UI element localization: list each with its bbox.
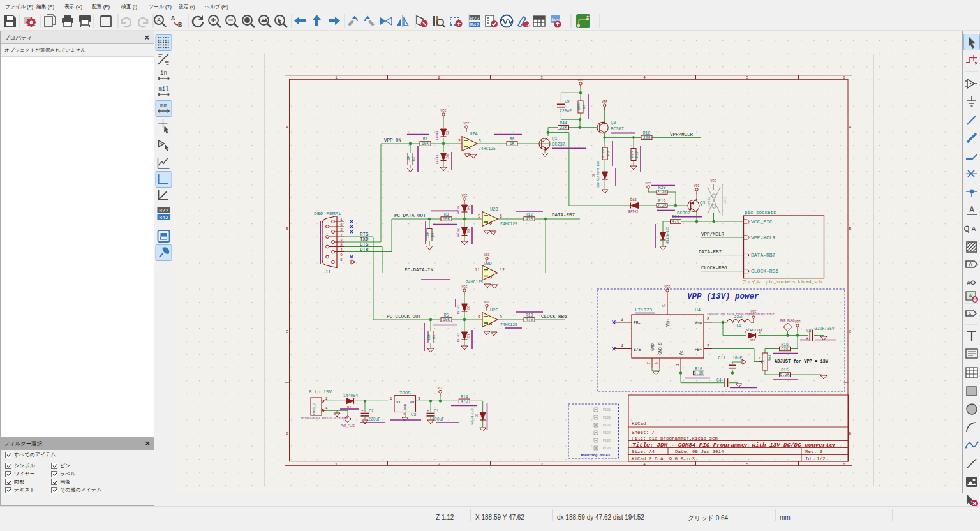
svg-text:5: 5 bbox=[746, 75, 748, 80]
svg-text:1: 1 bbox=[335, 462, 338, 467]
svg-text:2: 2 bbox=[403, 412, 406, 417]
svg-text:PWR_FLAG: PWR_FLAG bbox=[780, 319, 794, 322]
svg-text:A: A bbox=[745, 331, 746, 335]
svg-text:A: A bbox=[849, 125, 852, 130]
svg-text:8: 8 bbox=[340, 243, 343, 247]
svg-text:B: B bbox=[178, 21, 182, 29]
svg-text:VCC: VCC bbox=[484, 301, 489, 304]
svg-text:in: in bbox=[160, 70, 167, 77]
svg-text:5.1K: 5.1K bbox=[694, 371, 704, 376]
svg-text:L1: L1 bbox=[736, 324, 741, 328]
svg-text:P106: P106 bbox=[603, 447, 611, 451]
svg-text:3: 3 bbox=[540, 75, 543, 80]
svg-text:62K: 62K bbox=[781, 347, 789, 352]
svg-text:22K: 22K bbox=[560, 126, 567, 130]
svg-text:R19: R19 bbox=[658, 199, 666, 204]
svg-text:10K: 10K bbox=[422, 142, 429, 146]
svg-text:VPP_ON: VPP_ON bbox=[384, 138, 401, 143]
svg-text:+: + bbox=[361, 408, 364, 413]
svg-text:ファイル: pic_sockets.kicad_sch: ファイル: pic_sockets.kicad_sch bbox=[742, 280, 822, 285]
svg-text:Date: 05 Jan 2014: Date: 05 Jan 2014 bbox=[675, 449, 724, 454]
svg-text:U4: U4 bbox=[695, 308, 701, 313]
svg-text:R5: R5 bbox=[444, 313, 449, 318]
svg-text:BAT43: BAT43 bbox=[628, 210, 638, 214]
svg-text:1: 1 bbox=[325, 406, 328, 410]
svg-text:VCC: VCC bbox=[664, 285, 670, 289]
svg-text:7: 7 bbox=[340, 233, 343, 237]
svg-text:A: A bbox=[968, 311, 972, 318]
svg-text:220nF: 220nF bbox=[560, 109, 572, 114]
svg-text:A: A bbox=[157, 17, 161, 24]
svg-text:BAT43: BAT43 bbox=[436, 154, 440, 164]
svg-text:Title: JDM - COM84 PIC Program: Title: JDM - COM84 PIC Programmer with 1… bbox=[632, 442, 836, 449]
svg-text:Q3: Q3 bbox=[700, 200, 705, 206]
svg-text:12: 12 bbox=[500, 268, 505, 273]
svg-text:KiCad E.D.A. 9.0.0-rc3: KiCad E.D.A. 9.0.0-rc3 bbox=[632, 456, 695, 461]
svg-text:+: + bbox=[427, 408, 429, 413]
svg-text:A: A bbox=[286, 125, 288, 130]
svg-text:A: A bbox=[969, 293, 972, 299]
svg-text:J1: J1 bbox=[325, 269, 331, 274]
svg-text:8: 8 bbox=[707, 317, 709, 322]
svg-text:SCHOTTKY: SCHOTTKY bbox=[746, 328, 763, 333]
svg-text:PC-CLOCK-OUT: PC-CLOCK-OUT bbox=[387, 314, 422, 319]
svg-text:B: B bbox=[849, 227, 852, 231]
svg-text:U2D: U2D bbox=[484, 261, 492, 266]
svg-text:8: 8 bbox=[500, 315, 502, 320]
svg-text:C9: C9 bbox=[565, 100, 570, 104]
svg-text:YELLOW-LED: YELLOW-LED bbox=[666, 227, 669, 244]
svg-text:Inductor_SMD_Taiyo_PTShn_FE30m: Inductor_SMD_Taiyo_PTShn_FE30mmCSeries_H… bbox=[707, 313, 775, 315]
svg-text:D4: D4 bbox=[467, 206, 471, 210]
svg-text:6: 6 bbox=[340, 223, 343, 227]
svg-text:VCC: VCC bbox=[484, 253, 489, 257]
svg-text:3: 3 bbox=[621, 318, 623, 322]
svg-text:2.2K: 2.2K bbox=[657, 204, 667, 208]
svg-text:3: 3 bbox=[479, 139, 481, 144]
svg-text:7805: 7805 bbox=[399, 391, 412, 396]
svg-text:22K: 22K bbox=[630, 151, 634, 158]
svg-text:R1: R1 bbox=[423, 137, 428, 142]
svg-text:11: 11 bbox=[475, 268, 480, 273]
svg-text:C1: C1 bbox=[434, 409, 439, 414]
svg-text:+: + bbox=[806, 336, 808, 341]
svg-text:74HC125: 74HC125 bbox=[479, 147, 496, 151]
svg-text:2: 2 bbox=[438, 462, 440, 467]
svg-text:P104: P104 bbox=[603, 431, 611, 435]
svg-text:VPP: VPP bbox=[794, 320, 800, 324]
svg-text:5: 5 bbox=[478, 214, 480, 219]
svg-text:2.2K: 2.2K bbox=[601, 149, 605, 158]
svg-text:R44: R44 bbox=[560, 121, 567, 126]
svg-text:P103: P103 bbox=[603, 424, 611, 428]
svg-text:470: 470 bbox=[526, 217, 533, 221]
svg-text:BAT43: BAT43 bbox=[457, 305, 460, 314]
svg-text:DB9-FEMAL: DB9-FEMAL bbox=[314, 211, 341, 216]
svg-text:U2A: U2A bbox=[470, 131, 478, 137]
svg-text:VPP-MCLR: VPP-MCLR bbox=[751, 235, 776, 241]
svg-text:1K: 1K bbox=[510, 142, 515, 146]
svg-text:2: 2 bbox=[758, 356, 761, 361]
svg-text:A: A bbox=[972, 225, 976, 233]
svg-text:R13: R13 bbox=[526, 313, 533, 318]
svg-text:470: 470 bbox=[526, 318, 533, 322]
svg-text:KiCad: KiCad bbox=[632, 421, 646, 426]
svg-text:R16: R16 bbox=[781, 343, 789, 347]
svg-text:VCC: VCC bbox=[463, 122, 469, 126]
svg-text:VCC: VCC bbox=[710, 179, 716, 183]
svg-text:Sheet: /: Sheet: / bbox=[632, 430, 655, 435]
svg-text:VCC: VCC bbox=[437, 387, 443, 391]
svg-text:D9: D9 bbox=[475, 414, 479, 417]
svg-text:BAT43: BAT43 bbox=[457, 333, 460, 342]
svg-text:C4: C4 bbox=[716, 378, 722, 383]
svg-text:4: 4 bbox=[643, 75, 646, 80]
svg-text:VCC: VCC bbox=[440, 109, 446, 113]
svg-text:R4: R4 bbox=[431, 232, 435, 237]
svg-text:R??: R?? bbox=[159, 207, 168, 213]
svg-text:8 to 15V: 8 to 15V bbox=[309, 389, 332, 394]
svg-text:22uF/25V: 22uF/25V bbox=[815, 327, 835, 331]
svg-text:2: 2 bbox=[325, 396, 328, 401]
svg-text:D: D bbox=[286, 431, 288, 436]
svg-text:D: D bbox=[849, 431, 852, 436]
svg-text:TerminalBlock_bornier-2_P5.08m: TerminalBlock_bornier-2_P5.08mm bbox=[301, 417, 348, 419]
svg-text:CLOCK-RB6: CLOCK-RB6 bbox=[541, 314, 567, 319]
svg-text:U2C: U2C bbox=[490, 308, 498, 313]
